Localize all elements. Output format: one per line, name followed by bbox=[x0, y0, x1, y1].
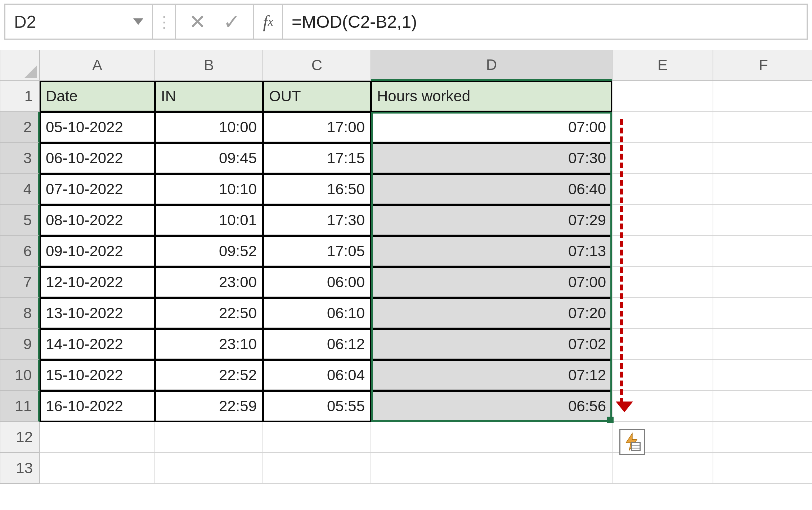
insert-function-button[interactable]: fx bbox=[254, 5, 283, 39]
cell-F7[interactable] bbox=[713, 267, 812, 298]
cell-D8[interactable]: 07:20 bbox=[371, 298, 612, 329]
cell-F12[interactable] bbox=[713, 422, 812, 453]
row-header-12[interactable]: 12 bbox=[0, 422, 40, 453]
cell-C6[interactable]: 17:05 bbox=[263, 236, 371, 267]
row-header-11[interactable]: 11 bbox=[0, 391, 40, 422]
cell-D5[interactable]: 07:29 bbox=[371, 205, 612, 236]
name-box-dropdown-icon[interactable] bbox=[133, 18, 143, 25]
cell-D4[interactable]: 06:40 bbox=[371, 174, 612, 205]
auto-fill-options-icon bbox=[623, 433, 642, 451]
column-header-D[interactable]: D bbox=[371, 50, 612, 81]
cell-F13[interactable] bbox=[713, 453, 812, 484]
cell-C13[interactable] bbox=[263, 453, 371, 484]
cell-A9[interactable]: 14-10-2022 bbox=[40, 329, 155, 360]
cell-A3[interactable]: 06-10-2022 bbox=[40, 143, 155, 174]
enter-formula-icon[interactable]: ✓ bbox=[223, 10, 240, 34]
cell-B1[interactable]: IN bbox=[155, 81, 263, 112]
cell-C12[interactable] bbox=[263, 422, 371, 453]
cell-D10[interactable]: 07:12 bbox=[371, 360, 612, 391]
cell-C1[interactable]: OUT bbox=[263, 81, 371, 112]
cell-B6[interactable]: 09:52 bbox=[155, 236, 263, 267]
cell-F10[interactable] bbox=[713, 360, 812, 391]
cell-B2[interactable]: 10:00 bbox=[155, 112, 263, 143]
cell-F5[interactable] bbox=[713, 205, 812, 236]
cell-A1[interactable]: Date bbox=[40, 81, 155, 112]
cell-F3[interactable] bbox=[713, 143, 812, 174]
cell-D9[interactable]: 07:02 bbox=[371, 329, 612, 360]
svg-rect-1 bbox=[632, 443, 640, 451]
cell-F4[interactable] bbox=[713, 174, 812, 205]
cell-D11[interactable]: 06:56 bbox=[371, 391, 612, 422]
column-header-C[interactable]: C bbox=[263, 50, 371, 81]
cell-B5[interactable]: 10:01 bbox=[155, 205, 263, 236]
autofill-arrow-annotation bbox=[620, 119, 634, 404]
column-header-F[interactable]: F bbox=[713, 50, 812, 81]
row-header-7[interactable]: 7 bbox=[0, 267, 40, 298]
cell-C5[interactable]: 17:30 bbox=[263, 205, 371, 236]
cell-B3[interactable]: 09:45 bbox=[155, 143, 263, 174]
cell-B11[interactable]: 22:59 bbox=[155, 391, 263, 422]
cell-A7[interactable]: 12-10-2022 bbox=[40, 267, 155, 298]
cell-D3[interactable]: 07:30 bbox=[371, 143, 612, 174]
cell-A8[interactable]: 13-10-2022 bbox=[40, 298, 155, 329]
row-header-8[interactable]: 8 bbox=[0, 298, 40, 329]
spreadsheet-grid[interactable]: ABCDEF1DateINOUTHours worked205-10-20221… bbox=[0, 50, 812, 484]
cell-A11[interactable]: 16-10-2022 bbox=[40, 391, 155, 422]
auto-fill-options-button[interactable] bbox=[619, 429, 645, 455]
row-header-6[interactable]: 6 bbox=[0, 236, 40, 267]
row-header-3[interactable]: 3 bbox=[0, 143, 40, 174]
cell-A2[interactable]: 05-10-2022 bbox=[40, 112, 155, 143]
column-header-E[interactable]: E bbox=[612, 50, 713, 81]
cell-E13[interactable] bbox=[612, 453, 713, 484]
cell-A10[interactable]: 15-10-2022 bbox=[40, 360, 155, 391]
cell-F1[interactable] bbox=[713, 81, 812, 112]
cell-A4[interactable]: 07-10-2022 bbox=[40, 174, 155, 205]
cell-C10[interactable]: 06:04 bbox=[263, 360, 371, 391]
cell-E1[interactable] bbox=[612, 81, 713, 112]
name-box[interactable]: D2 bbox=[5, 5, 153, 39]
cell-F11[interactable] bbox=[713, 391, 812, 422]
cell-C11[interactable]: 05:55 bbox=[263, 391, 371, 422]
cell-C7[interactable]: 06:00 bbox=[263, 267, 371, 298]
cell-D7[interactable]: 07:00 bbox=[371, 267, 612, 298]
formula-input[interactable]: =MOD(C2-B2,1) bbox=[283, 5, 807, 39]
row-header-10[interactable]: 10 bbox=[0, 360, 40, 391]
cell-C4[interactable]: 16:50 bbox=[263, 174, 371, 205]
column-header-A[interactable]: A bbox=[40, 50, 155, 81]
row-header-5[interactable]: 5 bbox=[0, 205, 40, 236]
cell-D12[interactable] bbox=[371, 422, 612, 453]
row-header-9[interactable]: 9 bbox=[0, 329, 40, 360]
select-all-corner[interactable] bbox=[0, 50, 40, 81]
cell-F6[interactable] bbox=[713, 236, 812, 267]
formula-bar-gripper-icon[interactable]: ⋮ bbox=[153, 5, 176, 39]
cell-B8[interactable]: 22:50 bbox=[155, 298, 263, 329]
cell-D13[interactable] bbox=[371, 453, 612, 484]
cell-B9[interactable]: 23:10 bbox=[155, 329, 263, 360]
column-header-B[interactable]: B bbox=[155, 50, 263, 81]
cell-B13[interactable] bbox=[155, 453, 263, 484]
cell-D2[interactable]: 07:00 bbox=[371, 112, 612, 143]
cancel-formula-icon[interactable]: ✕ bbox=[189, 10, 206, 34]
row-header-13[interactable]: 13 bbox=[0, 453, 40, 484]
formula-text: =MOD(C2-B2,1) bbox=[292, 12, 417, 32]
row-header-2[interactable]: 2 bbox=[0, 112, 40, 143]
cell-A5[interactable]: 08-10-2022 bbox=[40, 205, 155, 236]
cell-D6[interactable]: 07:13 bbox=[371, 236, 612, 267]
cell-F2[interactable] bbox=[713, 112, 812, 143]
cell-C9[interactable]: 06:12 bbox=[263, 329, 371, 360]
cell-F9[interactable] bbox=[713, 329, 812, 360]
cell-A13[interactable] bbox=[40, 453, 155, 484]
cell-C2[interactable]: 17:00 bbox=[263, 112, 371, 143]
cell-B7[interactable]: 23:00 bbox=[155, 267, 263, 298]
cell-F8[interactable] bbox=[713, 298, 812, 329]
cell-D1[interactable]: Hours worked bbox=[371, 81, 612, 112]
row-header-4[interactable]: 4 bbox=[0, 174, 40, 205]
cell-A12[interactable] bbox=[40, 422, 155, 453]
cell-C8[interactable]: 06:10 bbox=[263, 298, 371, 329]
cell-B10[interactable]: 22:52 bbox=[155, 360, 263, 391]
cell-B4[interactable]: 10:10 bbox=[155, 174, 263, 205]
cell-A6[interactable]: 09-10-2022 bbox=[40, 236, 155, 267]
cell-C3[interactable]: 17:15 bbox=[263, 143, 371, 174]
cell-B12[interactable] bbox=[155, 422, 263, 453]
row-header-1[interactable]: 1 bbox=[0, 81, 40, 112]
